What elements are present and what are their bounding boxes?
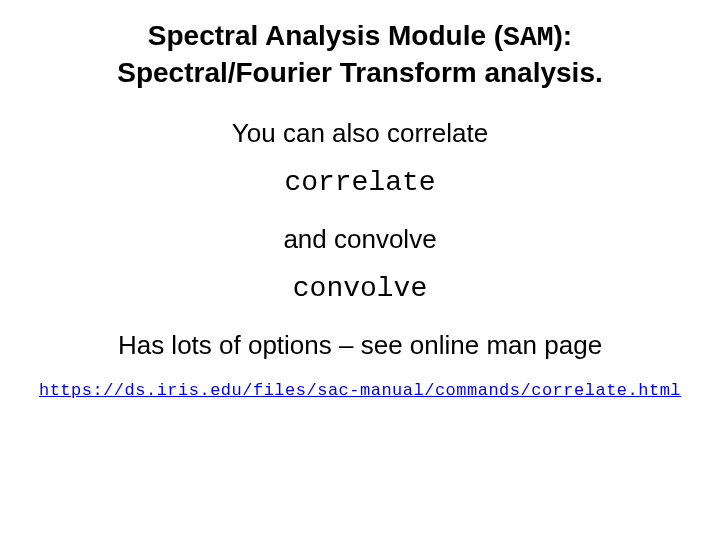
command-convolve: convolve	[0, 273, 720, 304]
text-and-convolve: and convolve	[0, 224, 720, 255]
text-man-page-note: Has lots of options – see online man pag…	[0, 330, 720, 361]
slide: Spectral Analysis Module (SAM): Spectral…	[0, 0, 720, 540]
title-suffix-1: ):	[554, 20, 573, 51]
text-also-correlate: You can also correlate	[0, 118, 720, 149]
title-line2: Spectral/Fourier Transform analysis.	[117, 57, 603, 88]
title-prefix: Spectral Analysis Module (	[148, 20, 503, 51]
slide-title: Spectral Analysis Module (SAM): Spectral…	[40, 18, 680, 90]
title-acronym: SAM	[503, 22, 553, 53]
command-correlate: correlate	[0, 167, 720, 198]
manual-link[interactable]: https://ds.iris.edu/files/sac-manual/com…	[20, 381, 700, 400]
